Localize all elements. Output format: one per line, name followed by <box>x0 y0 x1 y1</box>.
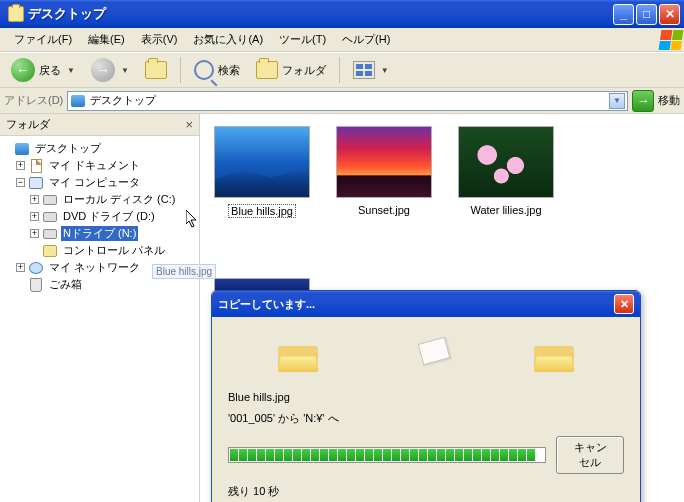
address-combo[interactable]: デスクトップ ▼ <box>67 91 628 111</box>
copy-animation <box>228 331 624 381</box>
address-dropdown-button[interactable]: ▼ <box>609 93 625 109</box>
toolbar-separator <box>339 57 340 83</box>
menu-tools[interactable]: ツール(T) <box>271 29 334 50</box>
menu-view[interactable]: 表示(V) <box>133 29 186 50</box>
thumbnail-waterlilies[interactable]: Water lilies.jpg <box>456 126 556 218</box>
minimize-button[interactable]: _ <box>613 4 634 25</box>
tree-toggle <box>30 246 39 255</box>
folder-icon <box>8 6 24 22</box>
go-label: 移動 <box>658 93 680 108</box>
thumbnail-bluehills[interactable]: Blue hills.jpg <box>212 126 312 218</box>
tree-node-dvdd[interactable]: + DVD ドライブ (D:) <box>30 208 197 225</box>
address-label: アドレス(D) <box>4 93 63 108</box>
folder-up-icon <box>145 61 167 79</box>
thumbnail-caption: Blue hills.jpg <box>228 204 296 218</box>
tree-toggle-expand[interactable]: + <box>30 229 39 238</box>
thumbnail-sunset[interactable]: Sunset.jpg <box>334 126 434 218</box>
copy-dialog: コピーしています... ✕ Blue hills.jpg '001_005' か… <box>211 290 641 502</box>
tree-label: デスクトップ <box>33 141 103 156</box>
tree-label: Nドライブ (N:) <box>61 226 138 241</box>
toolbar: ← 戻る ▼ → ▼ 検索 フォルダ ▼ <box>0 52 684 88</box>
recycle-bin-icon <box>28 278 44 292</box>
sidebar-close-button[interactable]: × <box>185 117 193 132</box>
tree-toggle-expand[interactable]: + <box>30 195 39 204</box>
tree-label: ごみ箱 <box>47 277 84 292</box>
tree-toggle-expand[interactable]: + <box>16 263 25 272</box>
dialog-title: コピーしています... <box>218 297 315 312</box>
windows-flag-icon <box>659 30 684 50</box>
views-icon <box>353 61 375 79</box>
drive-icon <box>42 193 58 207</box>
dialog-body: Blue hills.jpg '001_005' から 'N:¥' へ キャンセ… <box>212 317 640 502</box>
folder-tree: デスクトップ + マイ ドキュメント − マイ コンピュータ + ローカル ディ… <box>0 136 199 297</box>
search-button[interactable]: 検索 <box>187 55 247 85</box>
tree-toggle <box>16 280 25 289</box>
close-button[interactable]: ✕ <box>659 4 680 25</box>
time-remaining: 残り 10 秒 <box>228 484 624 499</box>
drive-icon <box>42 227 58 241</box>
chevron-down-icon[interactable]: ▼ <box>67 66 75 75</box>
address-value: デスクトップ <box>90 93 609 108</box>
go-button[interactable]: → <box>632 90 654 112</box>
views-button[interactable]: ▼ <box>346 56 396 84</box>
tree-label: マイ ドキュメント <box>47 158 142 173</box>
forward-button[interactable]: → ▼ <box>84 53 136 87</box>
tree-node-cpanel[interactable]: コントロール パネル <box>30 242 197 259</box>
tree-label: コントロール パネル <box>61 243 167 258</box>
network-icon <box>28 261 44 275</box>
window-title: デスクトップ <box>28 5 613 23</box>
tree-node-mycomp[interactable]: − マイ コンピュータ <box>16 174 197 191</box>
tree-label: DVD ドライブ (D:) <box>61 209 157 224</box>
menu-edit[interactable]: 編集(E) <box>80 29 133 50</box>
document-icon <box>28 159 44 173</box>
menu-favorites[interactable]: お気に入り(A) <box>185 29 271 50</box>
tree-node-localc[interactable]: + ローカル ディスク (C:) <box>30 191 197 208</box>
computer-icon <box>28 176 44 190</box>
tree-label: ローカル ディスク (C:) <box>61 192 177 207</box>
back-label: 戻る <box>39 63 61 78</box>
toolbar-separator <box>180 57 181 83</box>
control-panel-icon <box>42 244 58 258</box>
tree-node-desktop[interactable]: デスクトップ <box>2 140 197 157</box>
tree-label: マイ ネットワーク <box>47 260 142 275</box>
back-button[interactable]: ← 戻る ▼ <box>4 53 82 87</box>
tree-toggle-expand[interactable]: + <box>30 212 39 221</box>
folders-sidebar: フォルダ × デスクトップ + マイ ドキュメント − マイ コンピュータ + <box>0 114 200 502</box>
tree-toggle-expand[interactable]: + <box>16 161 25 170</box>
thumbnail-caption: Sunset.jpg <box>356 204 412 216</box>
tree-toggle-collapse[interactable]: − <box>16 178 25 187</box>
copying-from-to: '001_005' から 'N:¥' へ <box>228 411 624 426</box>
menubar: ファイル(F) 編集(E) 表示(V) お気に入り(A) ツール(T) ヘルプ(… <box>0 28 684 52</box>
chevron-down-icon[interactable]: ▼ <box>121 66 129 75</box>
menu-help[interactable]: ヘルプ(H) <box>334 29 398 50</box>
dialog-close-button[interactable]: ✕ <box>614 294 634 314</box>
dialog-titlebar[interactable]: コピーしています... ✕ <box>212 291 640 317</box>
search-label: 検索 <box>218 63 240 78</box>
desktop-icon <box>70 94 86 108</box>
thumbnail-image <box>214 126 310 198</box>
thumbnail-image <box>336 126 432 198</box>
menu-file[interactable]: ファイル(F) <box>6 29 80 50</box>
folders-button[interactable]: フォルダ <box>249 56 333 84</box>
folders-label: フォルダ <box>282 63 326 78</box>
copying-filename: Blue hills.jpg <box>228 391 624 403</box>
cancel-button[interactable]: キャンセル <box>556 436 624 474</box>
folder-icon <box>256 61 278 79</box>
sidebar-title: フォルダ <box>6 117 50 132</box>
desktop-icon <box>14 142 30 156</box>
window-titlebar: デスクトップ _ □ ✕ <box>0 0 684 28</box>
tree-node-ndrive[interactable]: + Nドライブ (N:) <box>30 225 197 242</box>
forward-arrow-icon: → <box>91 58 115 82</box>
thumbnail-image <box>458 126 554 198</box>
tree-node-recycle[interactable]: ごみ箱 <box>16 276 197 293</box>
up-button[interactable] <box>138 56 174 84</box>
address-bar: アドレス(D) デスクトップ ▼ → 移動 <box>0 88 684 114</box>
back-arrow-icon: ← <box>11 58 35 82</box>
drive-icon <box>42 210 58 224</box>
maximize-button[interactable]: □ <box>636 4 657 25</box>
search-icon <box>194 60 214 80</box>
tree-node-mynet[interactable]: + マイ ネットワーク <box>16 259 197 276</box>
chevron-down-icon[interactable]: ▼ <box>381 66 389 75</box>
tree-node-mydocs[interactable]: + マイ ドキュメント <box>16 157 197 174</box>
flying-paper-icon <box>396 336 456 376</box>
